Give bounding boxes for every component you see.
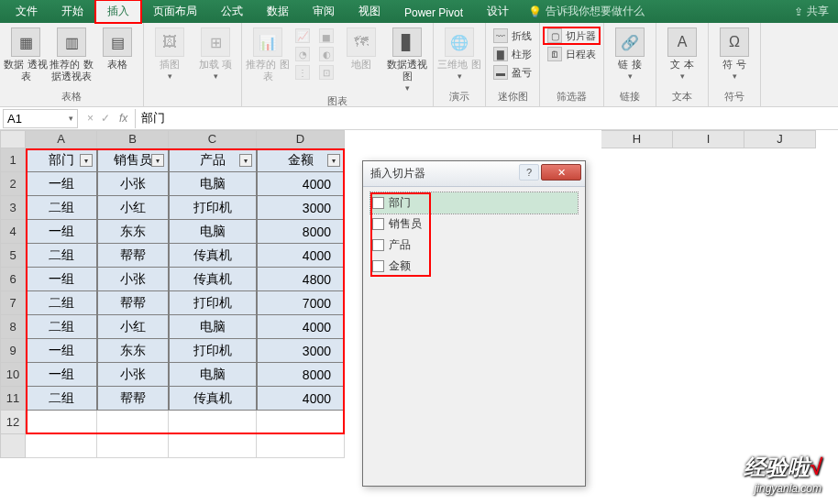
table-cell[interactable]: 4000 [257, 387, 345, 411]
filter-dropdown-icon[interactable]: ▾ [151, 154, 164, 167]
table-cell[interactable]: 二组 [26, 315, 97, 339]
row-header[interactable]: 9 [0, 339, 26, 363]
tab-file[interactable]: 文件 [4, 0, 50, 23]
table-button[interactable]: ▤表格 [95, 27, 139, 71]
table-cell[interactable]: 二组 [26, 291, 97, 315]
table-cell[interactable]: 传真机 [169, 387, 257, 411]
table-cell[interactable]: 小红 [97, 315, 169, 339]
slicer-field-item[interactable]: 部门 [370, 192, 578, 214]
table-cell[interactable]: 传真机 [169, 244, 257, 268]
table-cell[interactable]: 打印机 [169, 291, 257, 315]
symbol-button[interactable]: Ω符 号▾ [712, 27, 756, 81]
table-cell[interactable]: 帮帮 [97, 387, 169, 411]
table-cell[interactable]: 小红 [97, 196, 169, 220]
select-all-corner[interactable] [0, 130, 26, 148]
addins-button[interactable]: ⊞加载 项▾ [193, 27, 237, 81]
chart-type-2[interactable]: ◔ [292, 46, 314, 62]
table-cell[interactable]: 帮帮 [97, 291, 169, 315]
tab-design[interactable]: 设计 [475, 0, 521, 23]
table-header[interactable]: 金额▾ [257, 148, 345, 172]
chart-type-1[interactable]: 📈 [292, 27, 314, 44]
dialog-help-button[interactable]: ? [519, 164, 539, 181]
col-header-H[interactable]: H [601, 130, 673, 148]
cancel-icon[interactable]: × [87, 112, 94, 125]
sparkline-winloss[interactable]: ▬盈亏 [490, 64, 535, 81]
row-header[interactable]: 1 [0, 148, 26, 172]
empty-cell[interactable] [26, 434, 97, 458]
table-header[interactable]: 部门▾ [26, 148, 97, 172]
chart-type-4[interactable]: ▅ [315, 27, 337, 44]
tab-powerpivot[interactable]: Power Pivot [392, 3, 475, 23]
empty-cell[interactable] [257, 411, 345, 434]
table-cell[interactable]: 东东 [97, 339, 169, 363]
table-cell[interactable]: 3000 [257, 196, 345, 220]
table-header[interactable]: 销售员▾ [97, 148, 169, 172]
row-header[interactable]: 10 [0, 363, 26, 387]
table-header[interactable]: 产品▾ [169, 148, 257, 172]
table-cell[interactable]: 二组 [26, 196, 97, 220]
pivottable-button[interactable]: ▦数据 透视表 [4, 27, 48, 82]
table-cell[interactable]: 一组 [26, 363, 97, 387]
table-cell[interactable]: 一组 [26, 172, 97, 196]
row-header[interactable]: 2 [0, 172, 26, 196]
col-header-C[interactable]: C [169, 130, 257, 148]
table-cell[interactable]: 小张 [97, 268, 169, 291]
table-cell[interactable]: 东东 [97, 220, 169, 244]
tab-review[interactable]: 审阅 [301, 0, 347, 23]
checkbox[interactable] [372, 218, 384, 230]
chart-type-5[interactable]: ◐ [315, 46, 337, 62]
table-cell[interactable]: 小张 [97, 172, 169, 196]
empty-cell[interactable] [97, 434, 169, 458]
recommended-charts-button[interactable]: 📊推荐的 图表 [246, 27, 290, 82]
row-header[interactable] [0, 434, 26, 458]
row-header[interactable]: 7 [0, 291, 26, 315]
table-cell[interactable]: 打印机 [169, 196, 257, 220]
table-cell[interactable]: 一组 [26, 339, 97, 363]
table-cell[interactable]: 传真机 [169, 268, 257, 291]
recommended-pivot-button[interactable]: ▥推荐的 数据透视表 [50, 27, 94, 82]
table-cell[interactable]: 电脑 [169, 220, 257, 244]
row-header[interactable]: 12 [0, 411, 26, 434]
row-header[interactable]: 11 [0, 387, 26, 411]
filter-dropdown-icon[interactable]: ▾ [327, 154, 340, 167]
table-cell[interactable]: 打印机 [169, 339, 257, 363]
chart-type-6[interactable]: ⊡ [315, 64, 337, 81]
sparkline-column[interactable]: ▇柱形 [490, 46, 535, 62]
table-cell[interactable]: 一组 [26, 220, 97, 244]
row-header[interactable]: 3 [0, 196, 26, 220]
pivotchart-button[interactable]: ▊数据透视图▾ [385, 27, 429, 93]
link-button[interactable]: 🔗链 接▾ [608, 27, 652, 81]
checkbox[interactable] [372, 197, 384, 209]
slicer-button[interactable]: ▢切片器 [544, 27, 600, 44]
table-cell[interactable]: 4000 [257, 244, 345, 268]
col-header-A[interactable]: A [26, 130, 97, 148]
checkbox[interactable] [372, 239, 384, 251]
empty-cell[interactable] [257, 434, 345, 458]
col-header-B[interactable]: B [97, 130, 169, 148]
tab-formulas[interactable]: 公式 [209, 0, 255, 23]
map-button[interactable]: 🗺地图 [339, 27, 383, 71]
pictures-button[interactable]: 🖼插图▾ [148, 27, 192, 81]
empty-cell[interactable] [169, 411, 257, 434]
table-cell[interactable]: 小张 [97, 363, 169, 387]
3dmap-button[interactable]: 🌐三维地 图▾ [437, 27, 481, 81]
filter-dropdown-icon[interactable]: ▾ [239, 154, 252, 167]
tell-me-search[interactable]: 💡告诉我你想要做什么 [521, 0, 652, 23]
table-cell[interactable]: 电脑 [169, 172, 257, 196]
row-header[interactable]: 4 [0, 220, 26, 244]
confirm-icon[interactable]: ✓ [101, 112, 110, 125]
table-cell[interactable]: 电脑 [169, 363, 257, 387]
checkbox[interactable] [372, 260, 384, 272]
row-header[interactable]: 8 [0, 315, 26, 339]
sparkline-line[interactable]: 〰折线 [490, 27, 535, 44]
table-cell[interactable]: 4800 [257, 268, 345, 291]
col-header-D[interactable]: D [257, 130, 345, 148]
table-cell[interactable]: 4000 [257, 172, 345, 196]
slicer-field-item[interactable]: 金额 [370, 256, 578, 277]
empty-cell[interactable] [169, 434, 257, 458]
table-cell[interactable]: 电脑 [169, 315, 257, 339]
dialog-close-button[interactable]: ✕ [541, 164, 581, 181]
table-cell[interactable]: 8000 [257, 220, 345, 244]
name-box[interactable]: A1▾ [3, 109, 78, 128]
tab-view[interactable]: 视图 [347, 0, 392, 23]
